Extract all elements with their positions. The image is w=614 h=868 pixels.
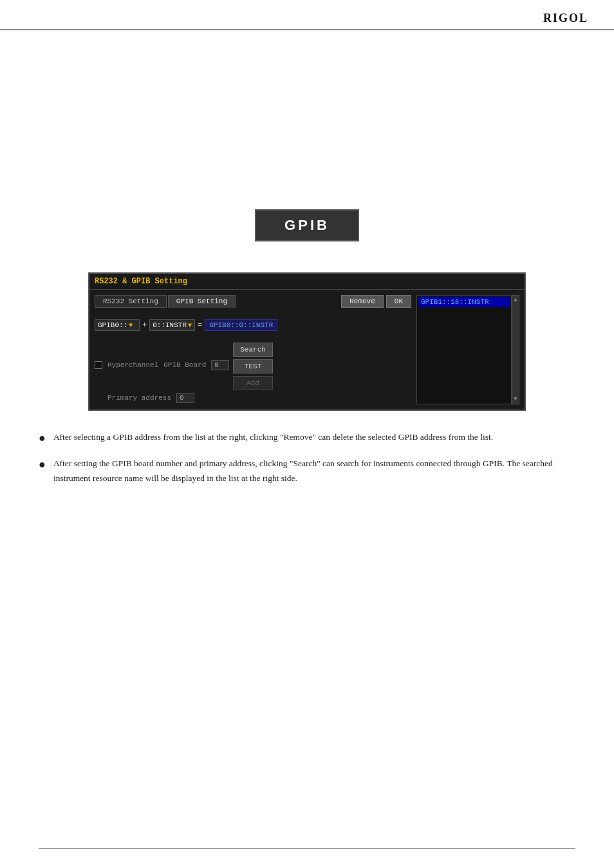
bullet-text-1: After selecting a GPIB address from the … (53, 430, 575, 445)
brand-logo: RIGOL (543, 12, 588, 25)
dialog-top-buttons: Remove OK (341, 295, 411, 308)
right-panel: GPIB1::18::INSTR ▲ ▼ (416, 295, 519, 404)
bullet-dot-2: ● (39, 458, 46, 471)
gpib-board-dropdown[interactable]: GPIB0:: ▼ (95, 319, 140, 331)
bullet-item-1: ● After selecting a GPIB address from th… (39, 430, 575, 445)
gpib-board-label: GPIB0:: (98, 321, 127, 329)
gpib-board-field-label: GPIB Board (163, 361, 206, 369)
bullet-dot-1: ● (39, 431, 46, 445)
gpib-button-label: GPIB (255, 209, 359, 241)
test-button[interactable]: TEST (233, 359, 273, 373)
address-dropdown-arrow-icon: ▼ (188, 322, 192, 329)
address-input-dropdown[interactable]: 0::INSTR ▼ (149, 319, 195, 331)
address-value: 0::INSTR (153, 321, 187, 329)
bullets-section: ● After selecting a GPIB address from th… (39, 430, 575, 486)
primary-address-input[interactable] (176, 393, 194, 403)
equals-sign: = (198, 321, 202, 330)
bottom-border (39, 848, 575, 849)
ok-button[interactable]: OK (386, 295, 411, 308)
page-header: RIGOL (0, 0, 614, 30)
dialog-right-panel: GPIB1::18::INSTR ▲ ▼ (416, 295, 519, 404)
instrument-list-area: GPIB1::18::INSTR (416, 295, 512, 404)
dialog-wrap: RS232 & GPIB Setting RS232 Setting GPIB … (39, 272, 575, 411)
list-item[interactable]: GPIB1::18::INSTR (418, 297, 510, 307)
search-button[interactable]: Search (233, 343, 273, 357)
upper-content-area (39, 50, 575, 191)
dialog-title: RS232 & GPIB Setting (95, 277, 187, 286)
add-button[interactable]: Add (233, 376, 273, 390)
gpib-board-input[interactable] (211, 360, 229, 370)
primary-address-label: Primary address (107, 394, 171, 402)
dialog-left-panel: RS232 Setting GPIB Setting Remove OK GPI… (95, 295, 411, 404)
tab-gpib-setting[interactable]: GPIB Setting (168, 295, 236, 308)
hyperchannel-checkbox[interactable] (95, 361, 102, 369)
main-content: GPIB RS232 & GPIB Setting RS232 Setting (0, 30, 614, 517)
primary-address-row: Primary address (95, 393, 411, 403)
tab-row: RS232 Setting GPIB Setting (95, 295, 236, 308)
dialog-titlebar: RS232 & GPIB Setting (89, 274, 525, 290)
plus-sign: + (142, 321, 147, 330)
scroll-up-icon[interactable]: ▲ (514, 296, 517, 305)
remove-button[interactable]: Remove (341, 295, 384, 308)
gpib-button-wrap: GPIB (39, 209, 575, 241)
spacer1 (39, 261, 575, 272)
dialog-header-row: RS232 Setting GPIB Setting Remove OK (95, 295, 411, 312)
bullet-text-2: After setting the GPIB board number and … (53, 457, 575, 486)
rs232-gpib-dialog: RS232 & GPIB Setting RS232 Setting GPIB … (88, 272, 526, 411)
dropdown-arrow-icon: ▼ (129, 322, 133, 329)
hyperchannel-row: Hyperchannel GPIB Board (95, 360, 229, 370)
instrument-list[interactable]: GPIB1::18::INSTR (416, 295, 512, 404)
bullet-item-2: ● After setting the GPIB board number an… (39, 457, 575, 486)
hyperchannel-label: Hyperchannel (107, 361, 158, 369)
dialog-body: RS232 Setting GPIB Setting Remove OK GPI… (89, 290, 525, 410)
action-buttons: Search TEST Add (233, 343, 273, 390)
gpib-address-row: GPIB0:: ▼ + 0::INSTR ▼ = GPIB0::0::INSTR (95, 319, 411, 331)
scroll-down-icon[interactable]: ▼ (514, 395, 517, 404)
scrollbar[interactable]: ▲ ▼ (512, 295, 519, 404)
gpib-result-address: GPIB0::0::INSTR (205, 319, 277, 331)
tab-rs232-setting[interactable]: RS232 Setting (95, 295, 167, 308)
